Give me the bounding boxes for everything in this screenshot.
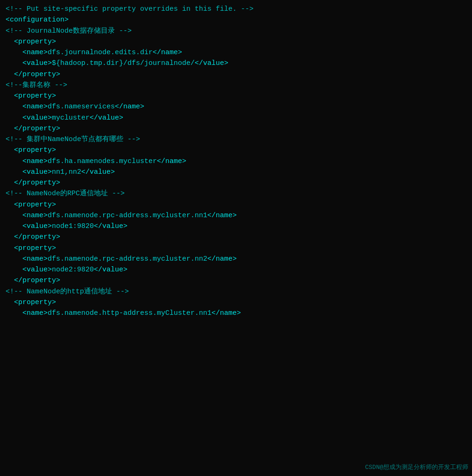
code-line: <property>	[6, 243, 466, 254]
code-line: <value>node1:9820</value>	[6, 221, 466, 232]
code-line: <name>dfs.namenode.http-address.myCluste…	[6, 308, 466, 319]
code-line: <name>dfs.ha.namenodes.mycluster</name>	[6, 156, 466, 167]
code-line: <property>	[6, 91, 466, 101]
code-line: <!-- JournalNode数据存储目录 -->	[6, 26, 466, 36]
code-line: <value>nn1,nn2</value>	[6, 167, 466, 178]
code-line: <property>	[6, 145, 466, 156]
code-line: </property>	[6, 232, 466, 242]
code-line: <name>dfs.namenode.rpc-address.mycluster…	[6, 210, 466, 221]
code-line: <name>dfs.namenode.rpc-address.mycluster…	[6, 254, 466, 264]
code-line: </property>	[6, 69, 466, 80]
code-line: <property>	[6, 297, 466, 308]
code-line: <value>mycluster</value>	[6, 113, 466, 123]
code-line: <!-- 集群中NameNode节点都有哪些 -->	[6, 134, 466, 145]
code-line: <name>dfs.journalnode.edits.dir</name>	[6, 47, 466, 58]
code-line: <property>	[6, 199, 466, 210]
code-line: <value>node2:9820</value>	[6, 264, 466, 275]
watermark: CSDN@想成为测足分析师的开发工程师	[365, 463, 468, 472]
code-line: </property>	[6, 275, 466, 286]
code-line: <configuration>	[6, 14, 466, 25]
code-line: <!-- NameNode的http通信地址 -->	[6, 286, 466, 297]
code-line: </property>	[6, 123, 466, 134]
code-line: <name>dfs.nameservices</name>	[6, 101, 466, 112]
code-line: <property>	[6, 36, 466, 47]
code-line: <!--集群名称 -->	[6, 80, 466, 91]
code-line: <value>${hadoop.tmp.dir}/dfs/journalnode…	[6, 58, 466, 69]
code-line: </property>	[6, 178, 466, 188]
code-line: <!-- Put site-specific property override…	[6, 4, 466, 14]
code-line: <!-- NameNode的RPC通信地址 -->	[6, 188, 466, 199]
code-container: <!-- Put site-specific property override…	[6, 4, 466, 319]
